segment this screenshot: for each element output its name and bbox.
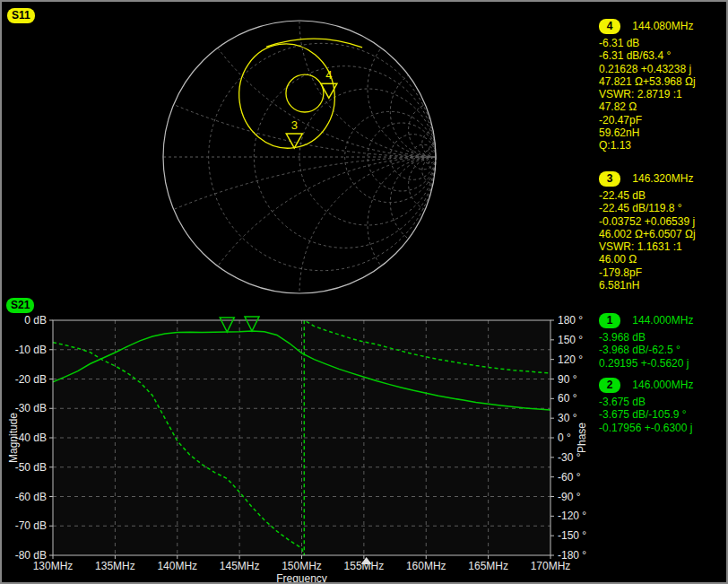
left-axis-title: Magnitude [7,413,20,463]
s21-trace-badge[interactable]: S21 [6,298,34,313]
left-axis-tick-label: -60 dB [15,491,47,503]
marker-readout-line: -0.03752 +0.06539 j [599,215,728,228]
marker-readout-line: Q:1.13 [599,139,728,152]
marker-readout-line: 0.29195 +-0.5620 j [599,357,728,370]
marker-readout-line: 6.581nH [599,279,728,292]
marker-4-frequency: 144.080MHz [632,20,693,32]
marker-1-badge[interactable]: 1 [599,313,620,328]
right-axis-tick-label: 90 ° [558,373,577,386]
marker-3-readout: 3 146.320MHz -22.45 dB -22.45 dB/119.8 °… [599,170,728,292]
marker-3-badge[interactable]: 3 [599,171,620,187]
x-axis-tick-label: 145MHz [220,560,260,572]
smith-marker-3[interactable] [286,134,302,148]
marker-readout-line: -0.17956 +-0.6300 j [599,422,728,434]
marker-readout-line: VSWR: 2.8719 :1 [599,88,728,100]
marker-readout-line: -22.45 dB/119.8 ° [599,202,728,214]
marker-readout-line: -6.31 dB/63.4 ° [599,49,728,62]
x-axis-tick-label: 140MHz [157,560,197,572]
marker-readout-line: -179.8pF [599,266,728,279]
marker-readout-line: 46.00 Ω [599,253,728,266]
marker-1-header: 1 144.000MHz [599,312,728,328]
x-axis-tick-label: 150MHz [282,560,322,572]
right-axis-title: Phase [576,423,588,453]
vna-app-window: S11 S21 430 dB-10 dB-20 dB-30 dB-40 dB-5… [0,0,728,584]
right-axis-tick-label: -150 ° [558,529,586,542]
right-axis-tick-label: 180 ° [558,314,583,327]
marker-readout-line: VSWR: 1.1631 :1 [599,240,728,253]
marker-readout-line: -22.45 dB [599,189,728,202]
marker-readout-line: 59.62nH [599,126,728,139]
x-axis-tick-label: 165MHz [468,560,508,572]
right-axis-tick-label: -60 ° [558,471,581,484]
marker-2-readout: 2 146.000MHz -3.675 dB -3.675 dB/-105.9 … [599,377,728,434]
right-axis-tick-label: 60 ° [558,392,577,405]
marker-readout-line: -3.675 dB [599,396,728,408]
x-axis-tick-label: 135MHz [95,560,135,572]
marker-2-frequency: 146.000MHz [632,379,693,391]
marker-1-frequency: 144.000MHz [632,314,693,327]
marker-readout-line: -6.31 dB [599,37,728,49]
left-axis-tick-label: -10 dB [15,344,47,356]
right-axis-tick-label: 0 ° [558,431,571,444]
right-axis-tick-label: 30 ° [558,412,577,424]
smith-marker-label-3: 3 [291,118,298,132]
x-axis-tick-label: 170MHz [531,560,571,572]
marker-readout-line: -3.675 dB/-105.9 ° [599,408,728,421]
s11-trace [232,38,362,154]
x-axis-title: Frequency [276,572,327,584]
marker-readout-line: -20.47pF [599,114,728,126]
marker-4-readout: 4 144.080MHz -6.31 dB -6.31 dB/63.4 ° 0.… [599,18,728,153]
right-axis-tick-label: -90 ° [558,491,581,503]
x-axis-tick-label: 130MHz [33,560,74,572]
marker-readout-line: 46.002 Ω+6.0507 Ωj [599,228,728,240]
marker-2-header: 2 146.000MHz [599,377,728,393]
marker-1-readout: 1 144.000MHz -3.968 dB -3.968 dB/-62.5 °… [599,312,728,370]
left-axis-tick-label: -70 dB [15,519,47,532]
right-axis-tick-label: -120 ° [558,510,586,522]
marker-readout-line: 0.21628 +0.43238 j [599,63,728,75]
marker-readout-line: -3.968 dB/-62.5 ° [599,344,728,356]
s11-trace-badge[interactable]: S11 [7,8,35,23]
marker-readout-line: 47.82 Ω [599,100,728,113]
right-axis-tick-label: 150 ° [558,334,583,346]
marker-4-header: 4 144.080MHz [599,18,728,34]
right-axis-tick-label: 120 ° [558,353,583,366]
marker-readout-line: -3.968 dB [599,331,728,344]
x-axis-tick-label: 160MHz [406,560,446,572]
marker-3-frequency: 146.320MHz [632,172,693,185]
smith-marker-label-4: 4 [325,68,332,82]
left-axis-tick-label: -20 dB [15,373,47,386]
left-axis-tick-label: 0 dB [24,314,47,327]
marker-readout-panel: 4 144.080MHz -6.31 dB -6.31 dB/63.4 ° 0.… [599,2,728,582]
marker-2-badge[interactable]: 2 [599,378,620,393]
marker-readout-line: 47.821 Ω+53.968 Ωj [599,75,728,88]
marker-3-header: 3 146.320MHz [599,170,728,187]
marker-4-badge[interactable]: 4 [599,19,620,34]
